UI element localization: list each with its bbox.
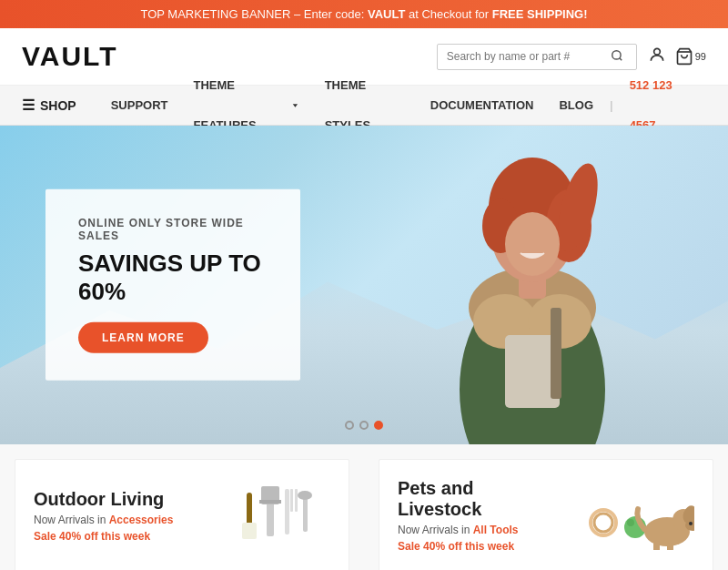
nav-item-blog[interactable]: BLOG bbox=[546, 86, 606, 126]
slider-dot-2[interactable] bbox=[359, 421, 369, 430]
card-text-outdoor: Outdoor Living Now Arrivals in Accessori… bbox=[34, 489, 197, 543]
hamburger-icon: ☰ bbox=[22, 97, 35, 114]
card-text-pets: Pets and Livestock Now Arrivals in All T… bbox=[398, 478, 561, 553]
svg-rect-23 bbox=[290, 489, 293, 512]
card-sale-pets: Sale 40% off this week bbox=[398, 540, 561, 553]
card-title-pets: Pets and Livestock bbox=[398, 478, 561, 520]
slider-dots bbox=[345, 421, 383, 430]
svg-rect-39 bbox=[667, 543, 673, 550]
hero-section: ONLINE ONLY STORE WIDE SALES SAVINGS UP … bbox=[0, 126, 728, 444]
card-subtitle-outdoor: Now Arrivals in Accessories bbox=[34, 514, 197, 526]
svg-point-37 bbox=[689, 522, 693, 525]
svg-rect-26 bbox=[242, 523, 257, 539]
top-banner: TOP MARKETING BANNER – Enter code: VAULT… bbox=[0, 0, 728, 28]
card-link-pets[interactable]: All Tools bbox=[473, 524, 519, 536]
card-title-outdoor: Outdoor Living bbox=[34, 489, 197, 510]
cart-count: 99 bbox=[695, 51, 706, 62]
nav-item-documentation[interactable]: DOCUMENTATION bbox=[418, 86, 547, 126]
product-card-outdoor: Outdoor Living Now Arrivals in Accessori… bbox=[15, 459, 349, 570]
slider-dot-3[interactable] bbox=[374, 421, 383, 430]
svg-rect-24 bbox=[295, 489, 298, 512]
site-logo[interactable]: VAULT bbox=[22, 41, 118, 72]
svg-rect-38 bbox=[653, 541, 660, 550]
search-input[interactable] bbox=[447, 50, 611, 63]
search-icon[interactable] bbox=[611, 49, 623, 65]
phone-number[interactable]: 512 123 4567 bbox=[617, 86, 706, 126]
banner-text: TOP MARKETING BANNER – Enter code: VAULT… bbox=[140, 7, 587, 21]
svg-rect-22 bbox=[285, 489, 289, 534]
svg-line-1 bbox=[619, 57, 622, 60]
nav-item-support[interactable]: SUPPORT bbox=[98, 86, 181, 126]
hero-content-box: ONLINE ONLY STORE WIDE SALES SAVINGS UP … bbox=[46, 189, 300, 381]
svg-rect-18 bbox=[551, 308, 561, 399]
nav-bar: ☰ SHOP SUPPORT THEME FEATURES THEME STYL… bbox=[0, 86, 728, 126]
product-card-pets: Pets and Livestock Now Arrivals in All T… bbox=[379, 459, 713, 570]
sale-pct-pets: 40% off bbox=[423, 540, 462, 553]
card-link-outdoor[interactable]: Accessories bbox=[109, 514, 174, 526]
nav-links: SUPPORT THEME FEATURES THEME STYLES DOCU… bbox=[98, 86, 706, 126]
card-subtitle-pets: Now Arrivals in All Tools bbox=[398, 524, 561, 536]
hero-title: SAVINGS UP TO 60% bbox=[78, 249, 268, 306]
svg-point-2 bbox=[653, 48, 660, 55]
nav-item-theme-features[interactable]: THEME FEATURES bbox=[181, 86, 312, 126]
card-image-pets bbox=[576, 482, 694, 550]
svg-point-0 bbox=[612, 50, 621, 58]
shop-menu[interactable]: ☰ SHOP bbox=[22, 97, 76, 114]
hero-image bbox=[364, 126, 673, 444]
nav-divider: | bbox=[606, 86, 617, 126]
card-sale-outdoor: Sale 40% off this week bbox=[34, 530, 197, 543]
svg-marker-4 bbox=[293, 104, 298, 107]
shop-label: SHOP bbox=[40, 98, 76, 113]
nav-item-theme-styles[interactable]: THEME STYLES bbox=[312, 86, 418, 126]
search-box[interactable] bbox=[437, 44, 637, 70]
hero-subtitle: ONLINE ONLY STORE WIDE SALES bbox=[78, 217, 268, 242]
sale-pct-outdoor: 40% off bbox=[59, 530, 98, 543]
cart-icon-wrapper[interactable]: 99 bbox=[675, 47, 706, 66]
svg-rect-27 bbox=[303, 495, 308, 532]
svg-point-16 bbox=[505, 212, 560, 276]
svg-point-32 bbox=[627, 519, 634, 526]
svg-rect-21 bbox=[259, 500, 281, 504]
slider-dot-1[interactable] bbox=[345, 421, 354, 430]
svg-point-30 bbox=[594, 514, 612, 532]
product-cards-section: Outdoor Living Now Arrivals in Accessori… bbox=[0, 444, 728, 570]
learn-more-button[interactable]: LEARN MORE bbox=[78, 322, 208, 353]
svg-point-28 bbox=[298, 491, 312, 500]
card-image-outdoor bbox=[212, 482, 330, 550]
